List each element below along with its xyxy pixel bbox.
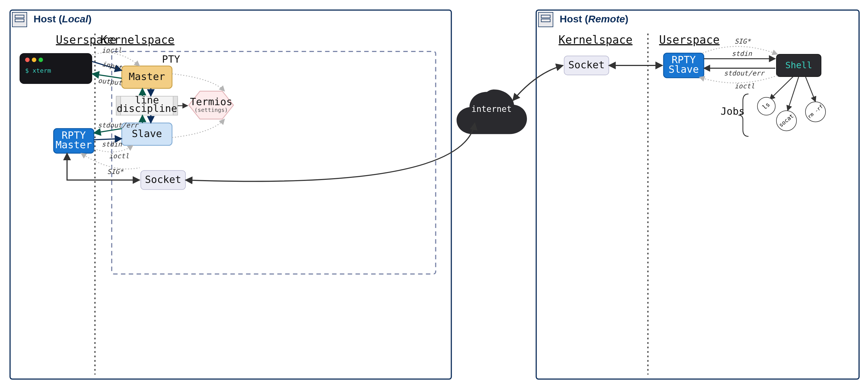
host-remote-title: Host (Remote)	[560, 13, 628, 25]
svg-line-39	[787, 77, 799, 111]
job-ls: ls	[757, 97, 775, 115]
rpty-master-node: RPTY Master	[54, 129, 94, 153]
remote-kernelspace-title: Kernelspace	[558, 33, 632, 46]
edge-ioctl-r-label: ioctl	[735, 82, 754, 90]
edge-stdout-r-label: stdout/err	[724, 70, 765, 77]
edge-sig-r-label: SIG*	[735, 37, 751, 45]
edge-sig-l-label: SIG*	[107, 168, 124, 176]
host-local: Host (Local) Userspace Kernelspace PTY $…	[10, 10, 451, 379]
svg-point-6	[25, 58, 30, 62]
svg-line-40	[805, 77, 815, 102]
job-socat: socat	[776, 111, 797, 131]
svg-text:Jobs: Jobs	[720, 105, 745, 117]
xterm-prompt: $ xterm	[25, 67, 51, 74]
svg-text:Socket: Socket	[568, 59, 604, 71]
remote-userspace-title: Userspace	[659, 33, 720, 46]
edge-socket-internet-l	[186, 123, 475, 182]
edge-stdout-label: stdout/err	[98, 121, 139, 129]
svg-text:discipline: discipline	[117, 103, 177, 114]
svg-line-38	[770, 77, 793, 100]
server-icon	[12, 12, 27, 27]
svg-text:Shell: Shell	[785, 60, 812, 71]
socket-local-node: Socket	[141, 171, 186, 190]
rpty-slave-node: RPTY Slave	[663, 53, 704, 78]
edge-input-label: input	[101, 60, 123, 72]
xterm-terminal: $ xterm	[20, 53, 92, 84]
svg-text:(settings): (settings)	[194, 107, 228, 113]
edge-master-termios	[172, 74, 225, 91]
svg-point-7	[32, 58, 36, 62]
edge-ioctl-top-label: ioctl	[102, 47, 122, 54]
socket-remote-node: Socket	[564, 56, 609, 75]
svg-rect-1	[12, 12, 27, 27]
host-local-title: Host (Local)	[33, 13, 92, 25]
edge-internet-socket-r	[513, 65, 563, 101]
svg-point-8	[38, 58, 43, 62]
master-node: Master	[122, 66, 172, 88]
edge-slave-termios	[172, 119, 225, 138]
edge-ioctl-bot-label: ioctl	[109, 152, 129, 160]
svg-text:Termios: Termios	[190, 96, 232, 107]
job-rm: rm -rf	[805, 102, 826, 122]
svg-text:Slave: Slave	[132, 128, 162, 139]
svg-text:Slave: Slave	[669, 63, 699, 75]
edge-slave-rpty	[94, 129, 122, 133]
pty-box-label: PTY	[162, 53, 180, 65]
svg-text:Master: Master	[129, 71, 165, 82]
svg-text:Master: Master	[56, 139, 92, 150]
host-remote: Host (Remote) Kernelspace Userspace Sock…	[536, 10, 859, 379]
edge-stdin-l-label: stdin	[102, 140, 122, 148]
edge-stdin-r-label: stdin	[732, 50, 752, 58]
svg-text:Socket: Socket	[145, 174, 181, 185]
server-icon-remote	[538, 12, 553, 27]
svg-rect-27	[538, 12, 553, 27]
line-discipline-node: line discipline	[116, 94, 178, 115]
shell-node: Shell	[776, 54, 821, 77]
local-kernelspace-title: Kernelspace	[100, 33, 175, 46]
internet-label: internet	[471, 104, 512, 114]
edge-rpty-slave	[94, 139, 122, 140]
pty-architecture-diagram: Host (Local) Userspace Kernelspace PTY $…	[0, 0, 868, 389]
termios-node: Termios (settings)	[189, 91, 234, 119]
